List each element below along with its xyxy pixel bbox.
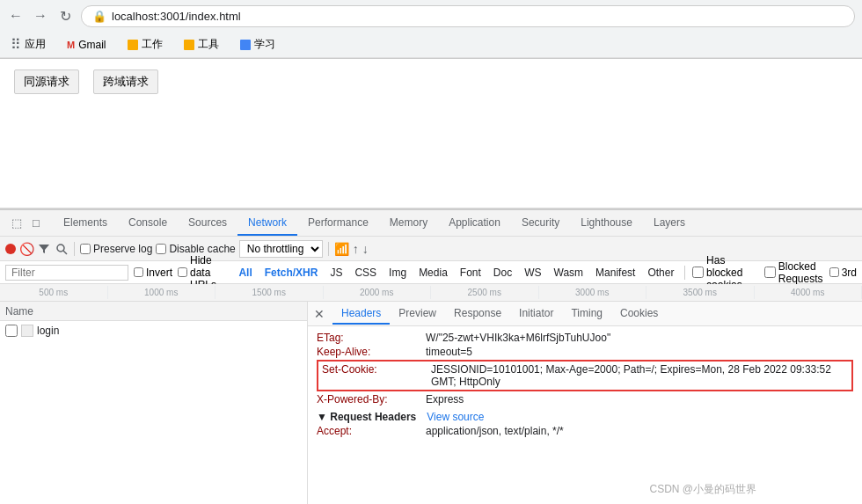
same-origin-button[interactable]: 同源请求 [14,69,79,94]
filter-img[interactable]: Img [385,266,410,280]
filter-all[interactable]: All [235,266,255,280]
separator-1 [74,242,75,256]
file-list-header: Name [0,302,307,321]
row-checkbox[interactable] [5,325,18,337]
third-party-checkbox[interactable]: 3rd [829,267,857,279]
x-powered-by-label: X-Powered-By: [317,393,422,405]
address-text: localhost:3001/index.html [112,10,241,23]
detail-tab-response[interactable]: Response [445,303,510,325]
preserve-log-checkbox[interactable]: Preserve log [80,243,152,255]
tab-layers[interactable]: Layers [643,211,696,236]
folder-yellow-icon [128,40,138,50]
filter-bar: Invert Hide data URLs All Fetch/XHR JS C… [0,261,862,284]
bookmark-study[interactable]: 学习 [237,35,279,54]
filter-icon[interactable] [37,242,51,256]
detail-tab-timing[interactable]: Timing [562,303,611,325]
filter-media[interactable]: Media [415,266,451,280]
filter-input[interactable] [5,265,128,281]
file-name: login [37,325,59,337]
file-icon [21,325,33,337]
devtools-panel: ⬚ □ Elements Console Sources Network Per… [0,208,862,504]
svg-point-0 [57,245,64,252]
tab-security[interactable]: Security [511,211,570,236]
set-cookie-value: JESSIONID=10101001; Max-Age=2000; Path=/… [431,363,848,388]
page-content: 同源请求 跨域请求 [0,59,862,208]
filter-wasm[interactable]: Wasm [551,266,588,280]
timeline-bar: 500 ms 1000 ms 1500 ms 2000 ms 2500 ms 3… [0,284,862,302]
devtools-tab-bar: ⬚ □ Elements Console Sources Network Per… [0,210,862,237]
x-powered-by-value: Express [426,393,464,405]
tab-performance[interactable]: Performance [297,211,379,236]
filter-fetch-xhr[interactable]: Fetch/XHR [261,266,322,280]
device-icon[interactable]: □ [26,214,46,233]
timeline-3500: 3500 ms [646,286,755,299]
name-column-header: Name [5,305,33,318]
bookmark-tools-label: 工具 [198,37,219,52]
reload-button[interactable]: ↻ [56,7,74,25]
svg-line-1 [63,251,67,254]
record-button[interactable] [5,244,16,254]
folder-tools-icon [184,40,194,50]
throttling-select[interactable]: No throttling [239,240,323,258]
address-bar[interactable]: 🔒 localhost:3001/index.html [81,5,855,27]
disable-cache-checkbox[interactable]: Disable cache [156,243,235,255]
view-source-link[interactable]: View source [427,411,484,423]
detail-content: ETag: W/"25-zwt+VHIk3ka+M6lrfSjbTuhUJoo"… [308,326,862,504]
keep-alive-row: Keep-Alive: timeout=5 [317,346,853,358]
filter-other[interactable]: Other [644,266,677,280]
detail-tab-bar: ✕ Headers Preview Response Initiator Tim… [308,302,862,326]
bookmarks-bar: ⠿ 应用 M Gmail 工作 工具 学习 [0,32,862,58]
blocked-requests-checkbox[interactable]: Blocked Requests [764,260,824,285]
cross-origin-button[interactable]: 跨域请求 [93,69,158,94]
set-cookie-highlighted: Set-Cookie: JESSIONID=10101001; Max-Age=… [317,360,853,391]
detail-tab-preview[interactable]: Preview [390,303,445,325]
accept-row: Accept: application/json, text/plain, */… [317,425,853,437]
tab-lighthouse[interactable]: Lighthouse [570,211,643,236]
inspect-icon[interactable]: ⬚ [7,214,26,233]
tab-memory[interactable]: Memory [379,211,438,236]
detail-tab-initiator[interactable]: Initiator [510,303,562,325]
bookmark-tools[interactable]: 工具 [180,35,223,54]
stop-button[interactable]: 🚫 [19,242,33,256]
filter-js[interactable]: JS [326,266,346,280]
tab-application[interactable]: Application [438,211,511,236]
set-cookie-row: Set-Cookie: JESSIONID=10101001; Max-Age=… [317,360,853,391]
timeline-500: 500 ms [0,286,108,299]
filter-css[interactable]: CSS [351,266,380,280]
tab-console[interactable]: Console [118,211,178,236]
tab-sources[interactable]: Sources [178,211,237,236]
accept-value: application/json, text/plain, */* [426,425,564,437]
filter-doc[interactable]: Doc [490,266,515,280]
filter-ws[interactable]: WS [521,266,544,280]
bookmark-work-label: 工作 [142,37,163,52]
tab-network[interactable]: Network [237,211,297,236]
devtools-icons: ⬚ □ [7,214,46,233]
tab-elements[interactable]: Elements [53,211,118,236]
close-detail-button[interactable]: ✕ [311,306,327,322]
detail-tab-cookies[interactable]: Cookies [611,303,667,325]
main-area: Name login ✕ Headers Preview Response In… [0,302,862,504]
bookmark-work[interactable]: 工作 [124,35,166,54]
keep-alive-label: Keep-Alive: [317,346,422,358]
timeline-2000: 2000 ms [324,286,432,299]
filter-font[interactable]: Font [457,266,485,280]
detail-tab-headers[interactable]: Headers [332,303,390,325]
x-powered-by-row: X-Powered-By: Express [317,393,853,405]
back-button[interactable]: ← [7,7,25,25]
filter-manifest[interactable]: Manifest [592,266,639,280]
forward-button[interactable]: → [32,7,49,25]
bookmark-apps[interactable]: ⠿ 应用 [7,34,49,55]
file-list: Name login [0,302,308,504]
search-icon[interactable] [55,242,69,256]
invert-checkbox[interactable]: Invert [134,267,172,279]
timeline-4000: 4000 ms [755,286,863,299]
set-cookie-label: Set-Cookie: [322,363,427,376]
request-headers-title[interactable]: ▼ Request Headers View source [317,411,853,423]
download-icon: ↓ [362,242,369,256]
etag-label: ETag: [317,332,422,344]
table-row[interactable]: login [0,321,307,340]
bookmark-gmail[interactable]: M Gmail [63,37,110,53]
timeline-grid: 500 ms 1000 ms 1500 ms 2000 ms 2500 ms 3… [0,286,862,299]
browser-chrome: ← → ↻ 🔒 localhost:3001/index.html ⠿ 应用 M… [0,0,862,59]
bookmark-gmail-label: Gmail [78,39,106,51]
